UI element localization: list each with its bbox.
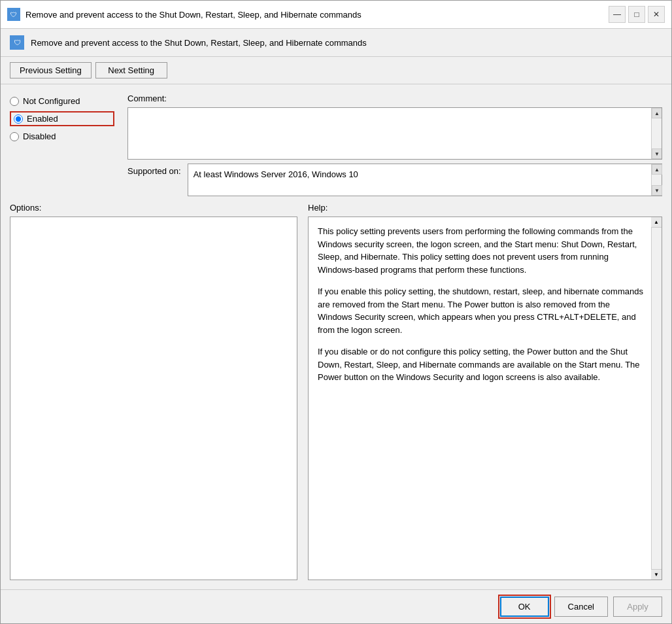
help-box: This policy setting prevents users from … (308, 217, 662, 580)
apply-button[interactable]: Apply (613, 597, 662, 617)
columns-section: Options: Help: This policy setting preve… (10, 203, 662, 580)
top-section: Not Configured Enabled Disabled Comment: (10, 94, 662, 196)
help-column: Help: This policy setting prevents users… (308, 203, 662, 580)
not-configured-label: Not Configured (23, 96, 80, 106)
help-para-1: This policy setting prevents users from … (318, 225, 646, 276)
disabled-radio[interactable] (10, 132, 19, 141)
close-button[interactable]: ✕ (648, 6, 665, 23)
supported-value: At least Windows Server 2016, Windows 10 (188, 164, 662, 184)
main-window: 🛡 Remove and prevent access to the Shut … (0, 0, 672, 624)
comment-scroll-up[interactable]: ▲ (652, 108, 662, 118)
help-para-2: If you enable this policy setting, the s… (318, 285, 646, 336)
ok-button[interactable]: OK (500, 597, 549, 617)
title-bar: 🛡 Remove and prevent access to the Shut … (1, 1, 671, 29)
window-title: Remove and prevent access to the Shut Do… (25, 10, 361, 20)
dialog-header-text: Remove and prevent access to the Shut Do… (31, 38, 367, 48)
supported-box: At least Windows Server 2016, Windows 10… (188, 164, 662, 196)
bottom-buttons: OK Cancel Apply (1, 589, 671, 623)
help-scroll-up[interactable]: ▲ (651, 217, 662, 228)
comment-box: ▲ ▼ (127, 107, 662, 160)
comment-label: Comment: (127, 94, 662, 103)
window-icon: 🛡 (7, 8, 20, 21)
disabled-label: Disabled (23, 131, 56, 141)
help-scrollbar-track: ▲ ▼ (651, 217, 662, 580)
supported-label: Supported on: (127, 164, 181, 176)
enabled-radio[interactable] (14, 114, 23, 124)
help-para-3: If you disable or do not configure this … (318, 345, 646, 384)
title-bar-left: 🛡 Remove and prevent access to the Shut … (7, 8, 361, 21)
not-configured-option[interactable]: Not Configured (10, 96, 114, 106)
maximize-button[interactable]: □ (628, 6, 645, 23)
dialog-header: 🛡 Remove and prevent access to the Shut … (1, 29, 671, 57)
help-header: Help: (308, 203, 662, 213)
comment-scrollbar: ▲ ▼ (651, 108, 662, 159)
options-column: Options: (10, 203, 297, 580)
help-text: This policy setting prevents users from … (309, 217, 662, 392)
help-scroll-down[interactable]: ▼ (651, 569, 662, 580)
toolbar: Previous Setting Next Setting (1, 57, 671, 84)
minimize-button[interactable]: — (609, 6, 626, 23)
comment-section: Comment: ▲ ▼ Supported on: At least Wind… (127, 94, 662, 196)
options-box (10, 217, 297, 580)
disabled-option[interactable]: Disabled (10, 131, 114, 141)
radio-group: Not Configured Enabled Disabled (10, 94, 114, 196)
supported-scroll-up[interactable]: ▲ (652, 164, 662, 175)
not-configured-radio[interactable] (10, 97, 19, 106)
comment-scroll-down[interactable]: ▼ (652, 148, 662, 159)
enabled-option[interactable]: Enabled (14, 114, 58, 124)
next-setting-button[interactable]: Next Setting (95, 62, 167, 78)
supported-scrollbar: ▲ ▼ (651, 164, 662, 196)
supported-scroll-down[interactable]: ▼ (652, 185, 662, 196)
enabled-label: Enabled (27, 114, 58, 124)
enabled-wrapper: Enabled (10, 111, 114, 126)
comment-textarea[interactable] (128, 108, 651, 159)
supported-section: Supported on: At least Windows Server 20… (127, 164, 662, 196)
options-header: Options: (10, 203, 297, 213)
content-area: Not Configured Enabled Disabled Comment: (1, 84, 671, 589)
cancel-button[interactable]: Cancel (554, 597, 608, 617)
window-controls: — □ ✕ (609, 6, 665, 23)
dialog-icon: 🛡 (10, 35, 24, 50)
previous-setting-button[interactable]: Previous Setting (10, 62, 92, 78)
